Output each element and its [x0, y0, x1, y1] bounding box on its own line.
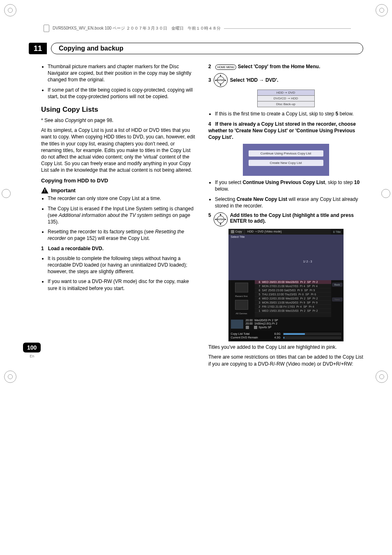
- bullet: If you select Continue Using Previous Co…: [215, 179, 363, 192]
- title-row[interactable]: 5THU 23/03 22:00 Thu23/03Pr 6SPPr 6: [255, 292, 331, 297]
- row-date: MON 27/03 21:00 Mon27/03: [262, 285, 298, 288]
- row-index: 5: [256, 293, 261, 296]
- sort-icon[interactable]: [235, 283, 248, 292]
- row-index: 7: [256, 285, 261, 288]
- row-index: 2: [256, 305, 261, 308]
- copy-target-menu[interactable]: HDD ➝ DVD DVD/CD ➝ HDD Disc Back-up: [257, 90, 315, 107]
- row-program: Pr 2: [300, 309, 305, 312]
- text-italic: Copyright: [65, 117, 86, 123]
- genre-icon: [246, 326, 249, 329]
- row-date: WED 22/03 20:00 Wed22/03: [262, 297, 299, 300]
- step-number: 3: [208, 77, 211, 83]
- important-callout: Important: [41, 187, 196, 193]
- step-5: 5 ENTER Add titles to the Copy List (hig…: [208, 212, 363, 226]
- back-button[interactable]: Back: [332, 283, 343, 287]
- chapter-number: 11: [29, 43, 47, 54]
- warning-icon: [41, 187, 48, 193]
- title-row[interactable]: 6SAT 25/03 23:00 Sat25/03Pr 9SPPr 9: [255, 288, 331, 292]
- dpad-enter-icon: ENTER: [214, 212, 228, 226]
- row-date: WED 28/03 20:00 Wed28/03: [262, 281, 299, 283]
- remain-bar-fill: [284, 337, 285, 339]
- row-date: THU 23/03 22:00 Thu23/03: [262, 293, 297, 296]
- step-text: Select 'HDD → DVD'.: [230, 77, 279, 83]
- row-program: Pr 4: [296, 305, 302, 308]
- step-number: 1: [41, 246, 44, 251]
- crop-mark: [4, 4, 16, 16]
- length-line: 1h00m(2.0G) Pr 2: [254, 322, 277, 325]
- bullet: Thumbnail picture markers and chapter ma…: [48, 63, 196, 83]
- step-text: Select 'Copy' from the Home Menu.: [238, 64, 320, 69]
- menu-item-hdd-dvd[interactable]: HDD ➝ DVD: [257, 90, 315, 96]
- row-index: 3: [256, 301, 261, 304]
- menu-item-disc-backup[interactable]: Disc Back-up: [257, 101, 315, 107]
- dpad-right-icon: [225, 79, 226, 81]
- row-date: WED 15/03 20:00 Wed15/03: [262, 309, 299, 312]
- category-icon: [254, 326, 257, 329]
- copy-tab: Copy: [228, 229, 245, 235]
- dpad-up-icon: [220, 214, 221, 215]
- copy-mode: HDD ➝ DVD (Video mode): [245, 229, 331, 235]
- bullet: The Copy List is erased if the Input Lin…: [48, 205, 196, 226]
- copy-list-screen: Copy HDD ➝ DVD (Video mode) 8 Title Sele…: [228, 229, 344, 341]
- row-program2: Pr 4: [309, 305, 314, 308]
- step-4-bullets: If you select Continue Using Previous Co…: [208, 179, 363, 209]
- row-mode: SP: [307, 281, 311, 283]
- label: Copy: [235, 230, 242, 233]
- row-mode: SP: [307, 297, 311, 300]
- text: * See also: [41, 117, 65, 123]
- title-list[interactable]: 8WED 28/03 20:00 Wed28/03Pr 2SPPr 27MON …: [255, 280, 331, 317]
- title-count: 8 Title: [331, 229, 344, 235]
- dpad-up-icon: [220, 74, 221, 76]
- crop-mark-left: [2, 189, 11, 198]
- row-index: 6: [256, 289, 261, 292]
- running-header-text: DVR550HXS_WV_EN.book 100 ページ ２００７年３月３０日 …: [53, 25, 221, 31]
- step-3-bullets: If this is the first time to create a Co…: [208, 111, 363, 117]
- dpad-enter-icon: ENTER: [214, 73, 228, 87]
- bullet: If some part of the title being copied i…: [48, 87, 196, 100]
- remain-bar: [283, 336, 341, 339]
- row-mode: SP: [307, 309, 311, 312]
- title-row[interactable]: 4WED 22/03 20:00 Wed22/03Pr 2SPPr 2: [255, 297, 331, 301]
- row-index: 8: [256, 281, 261, 283]
- remain-value: 4.3G: [274, 336, 281, 339]
- paragraph: There are some restrictions on titles th…: [208, 354, 363, 367]
- total-bar-fill: [284, 333, 305, 335]
- total-label: Copy List Total: [231, 332, 272, 335]
- row-mode: SP: [307, 301, 311, 304]
- row-index: 4: [256, 297, 261, 300]
- row-date: FRI 17/03 21:00 Fri 17/03: [262, 305, 295, 308]
- next-button[interactable]: Next: [332, 297, 343, 302]
- paragraph: Titles you've added to the Copy List are…: [208, 344, 363, 350]
- step-text: If there is already a Copy List stored i…: [208, 121, 356, 140]
- title-row[interactable]: 2FRI 17/03 21:00 Fri 17/03Pr 4SPPr 4: [255, 305, 331, 309]
- create-new-button[interactable]: Create New Copy List: [249, 160, 323, 166]
- menu-item-dvd-hdd[interactable]: DVD/CD ➝ HDD: [257, 96, 315, 101]
- copy-list-header: Copy HDD ➝ DVD (Video mode) 8 Title: [228, 229, 344, 235]
- crop-mark-right: [381, 189, 390, 198]
- continue-previous-button[interactable]: Continue Using Previous Copy List: [249, 150, 323, 157]
- pager: 1/ 2 - 3: [274, 235, 341, 279]
- row-mode: SP: [303, 305, 307, 308]
- genre-icon[interactable]: [235, 300, 248, 310]
- step-3: 3 ENTER Select 'HDD → DVD'.: [208, 73, 363, 87]
- rule-line: [224, 28, 351, 29]
- row-program2: Pr 2: [313, 281, 318, 283]
- copy-list-footer: Copy List Total 8.0G Current DVD Remain …: [228, 331, 344, 341]
- dpad-down-icon: [220, 223, 221, 225]
- title-row[interactable]: 7MON 27/03 21:00 Mon27/03Pr 4SPPr 4: [255, 284, 331, 288]
- copy-list-sidebar: Recent first All Genres: [228, 280, 255, 317]
- copy-list-choice-dialog[interactable]: Continue Using Previous Copy List Create…: [243, 144, 329, 176]
- step-number: 5: [208, 212, 211, 218]
- step-title: Load a recordable DVD.: [48, 246, 104, 251]
- title-row[interactable]: 1WED 15/03 20:00 Wed15/03Pr 2SPPr 2: [255, 309, 331, 313]
- row-program: Pr 6: [298, 293, 304, 296]
- title-row[interactable]: 8WED 28/03 20:00 Wed28/03Pr 2SPPr 2: [255, 280, 331, 284]
- enter-label: ENTER: [217, 218, 224, 221]
- title-row[interactable]: 3MON 20/03 13:00 Mon20/03Pr 9SPPr 9: [255, 301, 331, 305]
- category-line: Sports SP: [258, 326, 272, 329]
- row-mode: SP: [305, 293, 309, 296]
- row-program2: Pr 9: [310, 289, 315, 292]
- total-bar: [283, 333, 341, 335]
- title-info: 20:00 Wed20/03 Pr 2 SP 20:00 1h00m(2.0G)…: [246, 319, 278, 329]
- left-column: Thumbnail picture markers and chapter ma…: [29, 63, 196, 371]
